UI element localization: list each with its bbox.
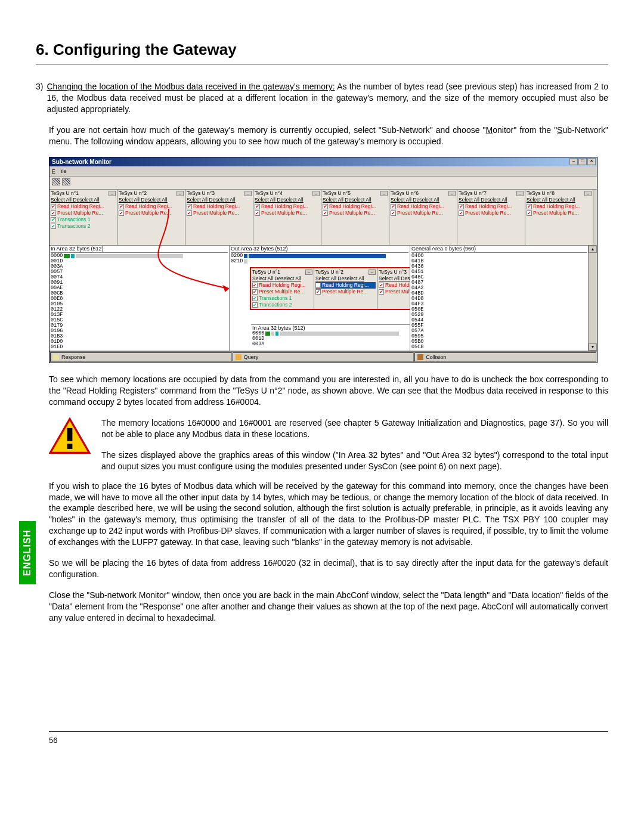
out-area: Out Area 32 bytes (512) 0200021D TeSys U… bbox=[230, 246, 410, 351]
toolbar-icon-2[interactable] bbox=[62, 178, 70, 185]
checkbox-pmr[interactable]: ✔ bbox=[187, 210, 192, 216]
general-area-header: General Area 0 bytes (960) bbox=[411, 246, 587, 253]
toolbar-icon-1[interactable] bbox=[52, 178, 60, 185]
checkbox-rhr[interactable]: ✔ bbox=[252, 283, 258, 288]
node-1: TeSys U n°1–Select All Deselect All✔Read… bbox=[49, 190, 117, 245]
collapse-icon[interactable]: – bbox=[312, 191, 320, 196]
item-3: 3) Changing the location of the Modbus d… bbox=[36, 81, 608, 115]
checkbox-t1[interactable]: ✔ bbox=[252, 296, 258, 301]
screenshot-subnetwork-monitor: Sub-network Monitor – □ × File TeSys U n… bbox=[49, 157, 608, 364]
checkbox-rhr[interactable]: ✔ bbox=[391, 204, 396, 209]
status-response-label: Response bbox=[61, 354, 86, 361]
general-area: General Area 0 bytes (960) 0400041B04360… bbox=[410, 246, 589, 351]
overlay-node-1: TeSys U n°1–Select All Deselect All✔Read… bbox=[251, 268, 314, 309]
collapse-icon[interactable]: – bbox=[177, 191, 184, 196]
collapse-icon[interactable]: – bbox=[380, 191, 388, 196]
swatch-response-icon bbox=[53, 354, 59, 360]
collapse-icon[interactable]: – bbox=[516, 191, 524, 196]
areas-row: In Area 32 bytes (512) 0000001D003A00570… bbox=[49, 246, 597, 351]
checkbox-pmr[interactable]: ✔ bbox=[252, 289, 258, 295]
node-6: TeSys U n°6–Select All Deselect All✔Read… bbox=[389, 190, 457, 245]
svg-rect-1 bbox=[67, 428, 73, 441]
statusbar: Response Query Collision bbox=[49, 351, 597, 363]
checkbox-pmr[interactable]: ✔ bbox=[255, 210, 260, 216]
general-area-addrs: 0400041B04360451046C048704A204BD04D804F3… bbox=[411, 253, 587, 350]
window-buttons: – □ × bbox=[569, 158, 596, 165]
in-area-addrs: 0000001D003A00570074009100AE00CB00E80105… bbox=[51, 253, 228, 350]
checkbox-pmr[interactable]: ✔ bbox=[119, 210, 124, 216]
item-3-text: Changing the location of the Modbus data… bbox=[47, 81, 608, 115]
svg-rect-2 bbox=[67, 444, 73, 449]
checkbox-pmr[interactable]: ✔ bbox=[391, 210, 396, 216]
checkbox-rhr[interactable]: ✔ bbox=[379, 283, 384, 288]
window-title: Sub-network Monitor bbox=[52, 158, 112, 166]
out-area-addrs: 0200021D bbox=[231, 253, 408, 264]
node-2: TeSys U n°2–Select All Deselect All✔Read… bbox=[117, 190, 185, 245]
checkbox-pmr[interactable]: ✔ bbox=[527, 210, 532, 216]
menu-file[interactable]: File bbox=[52, 168, 67, 174]
warning-block: The memory locations 16#0000 and 16#0001… bbox=[49, 417, 608, 472]
scrollbar[interactable]: ▲ ▼ bbox=[589, 246, 597, 351]
checkbox-rhr-unchecked[interactable]: ✔ bbox=[315, 283, 321, 288]
overlay-node-2: TeSys U n°2–Select All Deselect All✔Read… bbox=[314, 268, 377, 309]
item-3-number: 3) bbox=[36, 81, 43, 115]
overlay-in-area: In Area 32 bytes (512)0000001D003A bbox=[251, 324, 410, 348]
overlay-zoom: TeSys U n°1–Select All Deselect All✔Read… bbox=[250, 267, 410, 310]
node-4: TeSys U n°4–Select All Deselect All✔Read… bbox=[253, 190, 321, 245]
window: Sub-network Monitor – □ × File TeSys U n… bbox=[49, 157, 597, 364]
warning-p2: The sizes displayed above the graphics a… bbox=[101, 450, 608, 472]
checkbox-rhr[interactable]: ✔ bbox=[527, 204, 532, 209]
status-query-label: Query bbox=[244, 354, 259, 361]
checkbox-pmr[interactable]: ✔ bbox=[51, 210, 56, 216]
checkbox-pmr[interactable]: ✔ bbox=[315, 289, 321, 295]
checkbox-t2[interactable]: ✔ bbox=[252, 302, 258, 308]
collapse-icon[interactable]: – bbox=[369, 270, 376, 275]
swatch-query-icon bbox=[236, 354, 242, 360]
collapse-icon[interactable]: – bbox=[305, 270, 312, 275]
checkbox-rhr[interactable]: ✔ bbox=[187, 204, 192, 209]
minimize-button[interactable]: – bbox=[569, 158, 578, 165]
in-area: In Area 32 bytes (512) 0000001D003A00570… bbox=[49, 246, 230, 351]
checkbox-pmr[interactable]: ✔ bbox=[379, 289, 384, 295]
scroll-down-icon[interactable]: ▼ bbox=[589, 343, 597, 351]
warning-icon bbox=[49, 417, 91, 457]
node-5: TeSys U n°5–Select All Deselect All✔Read… bbox=[321, 190, 389, 245]
checkbox-rhr[interactable]: ✔ bbox=[119, 204, 124, 209]
out-area-header: Out Area 32 bytes (512) bbox=[231, 246, 408, 253]
para-if-p1: If you are not certain how much of the g… bbox=[49, 125, 486, 135]
checkbox-pmr[interactable]: ✔ bbox=[459, 210, 464, 216]
para-so: So we will be placing the 16 bytes of da… bbox=[49, 558, 608, 580]
checkbox-rhr[interactable]: ✔ bbox=[459, 204, 464, 209]
checkbox-t2[interactable]: ✔ bbox=[51, 224, 56, 229]
node-3: TeSys U n°3–Select All Deselect All✔Read… bbox=[185, 190, 253, 245]
checkbox-rhr[interactable]: ✔ bbox=[255, 204, 260, 209]
collapse-icon[interactable]: – bbox=[584, 191, 592, 196]
checkbox-pmr[interactable]: ✔ bbox=[323, 210, 328, 216]
title-rule bbox=[36, 64, 608, 64]
item-3-underline: Changing the location of the Modbus data… bbox=[47, 82, 335, 91]
checkbox-t1[interactable]: ✔ bbox=[51, 217, 56, 222]
checkbox-rhr[interactable]: ✔ bbox=[323, 204, 328, 209]
overlay-node-3: TeSys U n°3–Select All Des✔Read Holdin✔P… bbox=[377, 268, 410, 309]
collapse-icon[interactable]: – bbox=[244, 191, 252, 196]
section-title: 6. Configuring the Gateway bbox=[36, 39, 608, 60]
nodes-row: TeSys U n°1–Select All Deselect All✔Read… bbox=[49, 190, 597, 246]
para-wish: If you wish to place the 16 bytes of Mod… bbox=[49, 481, 608, 548]
node-8: TeSys U n°8–Select All Deselect All✔Read… bbox=[525, 190, 593, 245]
scroll-up-icon[interactable]: ▲ bbox=[589, 246, 597, 253]
collapse-icon[interactable]: – bbox=[109, 191, 116, 196]
checkbox-rhr[interactable]: ✔ bbox=[51, 204, 56, 209]
status-collision-label: Collision bbox=[426, 354, 446, 361]
maximize-button[interactable]: □ bbox=[578, 158, 587, 165]
close-button[interactable]: × bbox=[587, 158, 596, 165]
menubar: File bbox=[49, 166, 597, 176]
status-query: Query bbox=[233, 352, 414, 362]
collapse-icon[interactable]: – bbox=[448, 191, 456, 196]
warning-text: The memory locations 16#0000 and 16#0001… bbox=[101, 417, 608, 472]
in-area-header: In Area 32 bytes (512) bbox=[51, 246, 228, 253]
titlebar: Sub-network Monitor – □ × bbox=[49, 157, 597, 167]
warning-p1: The memory locations 16#0000 and 16#0001… bbox=[101, 417, 608, 440]
swatch-collision-icon bbox=[417, 354, 423, 360]
node-7: TeSys U n°7–Select All Deselect All✔Read… bbox=[457, 190, 525, 245]
toolbar bbox=[49, 176, 597, 190]
